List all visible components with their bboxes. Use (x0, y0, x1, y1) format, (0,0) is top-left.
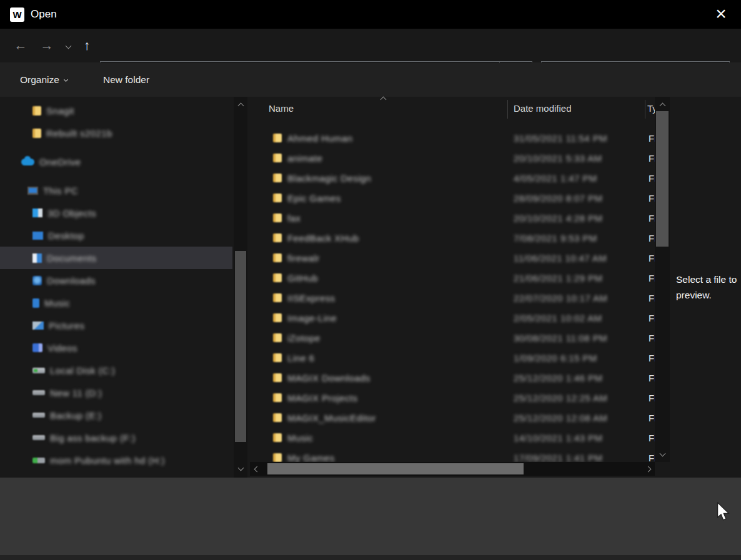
sidebar-item[interactable]: Downloads (0, 269, 232, 292)
file-name: MAGIX Projects (287, 393, 494, 403)
column-divider[interactable] (645, 100, 645, 119)
file-type: File folder (649, 373, 655, 383)
column-header-date-modified[interactable]: Date modified (514, 103, 572, 114)
up-button[interactable]: ↑ (77, 29, 96, 62)
file-row[interactable]: Ahmed Human 31/05/2021 11:54 PM File fol… (250, 128, 655, 148)
sidebar-item-label: Local Disk (C:) (50, 365, 115, 376)
sidebar-item-label: New 11 (D:) (50, 388, 102, 398)
sidebar-item[interactable]: Desktop (0, 224, 232, 247)
command-toolbar: Organize New folder ? (0, 62, 741, 97)
file-list-vertical-scrollbar[interactable] (655, 97, 670, 462)
sidebar-item[interactable]: New 11 (D:) (0, 381, 232, 404)
sidebar-item[interactable]: Videos (0, 336, 232, 359)
scroll-down-icon[interactable] (655, 447, 670, 459)
file-type: File folder (649, 233, 655, 243)
sidebar-item[interactable]: Snagit (0, 99, 232, 122)
file-row[interactable]: GitHub 21/06/2021 1:29 PM File folder (250, 268, 655, 288)
scroll-left-icon[interactable] (250, 462, 264, 476)
file-name: My Games (287, 453, 494, 463)
folder-icon (273, 194, 282, 202)
objects3d-icon (32, 209, 42, 217)
file-name: Epic Games (287, 193, 494, 204)
back-button[interactable]: ← (10, 29, 31, 62)
organize-button[interactable]: Organize (20, 62, 67, 97)
scroll-up-icon[interactable] (655, 99, 670, 112)
forward-button[interactable]: → (36, 29, 57, 62)
sidebar-item[interactable]: This PC (0, 179, 232, 202)
sidebar-item-label: Videos (47, 343, 77, 353)
file-row[interactable]: FeedBack XHub 7/08/2021 9:53 PM File fol… (250, 228, 655, 248)
folder-icon (273, 313, 282, 322)
scrollbar-thumb[interactable] (656, 111, 669, 247)
sidebar-item-label: Backup (E:) (50, 410, 102, 421)
scroll-up-icon[interactable] (234, 99, 247, 112)
sidebar-item[interactable]: Local Disk (C:) (0, 359, 232, 381)
navigation-bar: ← → ↑ This PC Documents ↻ Search Documen… (0, 29, 741, 62)
file-type: File folder (649, 453, 655, 463)
window-bottom-edge (0, 555, 741, 560)
file-date-modified: 17/09/2021 1:41 PM (514, 453, 602, 463)
file-date-modified: 30/08/2021 11:08 PM (514, 333, 607, 343)
file-date-modified: 2/05/2021 10:02 AM (514, 313, 602, 323)
sidebar-item[interactable]: OneDrive (0, 150, 232, 173)
folder-icon (273, 453, 282, 462)
file-row[interactable]: MAGIX Downloads 25/12/2020 1:46 PM File … (250, 368, 655, 388)
file-name: MAGIX Downloads (287, 373, 494, 383)
chevron-down-icon (64, 77, 68, 82)
scrollbar-thumb[interactable] (235, 251, 246, 442)
file-name: Blackmagic Design (287, 173, 494, 184)
file-row[interactable]: My Games 17/09/2021 1:41 PM File folder (250, 448, 655, 462)
column-header-name[interactable]: Name (269, 103, 294, 114)
file-row[interactable]: iZotope 30/08/2021 11:08 PM File folder (250, 328, 655, 348)
file-date-modified: 11/06/2021 10:47 AM (514, 253, 607, 263)
file-row[interactable]: Line 6 1/09/2020 6:15 PM File folder (250, 348, 655, 368)
sidebar-scrollbar[interactable] (234, 97, 247, 478)
file-name: FeedBack XHub (287, 233, 494, 243)
sidebar-item-label: mom Pubuntu with hd (H:) (50, 455, 165, 466)
file-row[interactable]: fax 20/10/2021 4:28 PM File folder (250, 208, 655, 228)
file-row[interactable]: animate 20/10/2021 5:33 AM File folder (250, 148, 655, 168)
drive-icon (32, 435, 45, 440)
file-date-modified: 20/10/2021 5:33 AM (514, 153, 602, 164)
sidebar-item[interactable]: Big ass backup (F:) (0, 426, 232, 449)
sidebar-item-label: This PC (43, 185, 78, 196)
sidebar-item[interactable]: Backup (E:) (0, 404, 232, 426)
documents-icon (32, 253, 42, 263)
new-folder-button[interactable]: New folder (103, 62, 149, 97)
scrollbar-thumb[interactable] (267, 463, 524, 474)
file-date-modified: 7/08/2021 9:53 PM (514, 233, 597, 243)
file-row[interactable]: Music 14/10/2021 1:43 PM File folder (250, 428, 655, 448)
file-row[interactable]: Epic Games 28/09/2020 8:07 PM File folde… (250, 188, 655, 208)
sidebar-item[interactable]: Documents (0, 247, 232, 269)
file-type: File folder (649, 413, 655, 423)
sidebar-item[interactable]: Music (0, 292, 232, 314)
file-row[interactable]: IISExpress 22/07/2020 10:17 AM File fold… (250, 288, 655, 308)
sidebar-item[interactable]: mom Pubuntu with hd (H:) (0, 449, 232, 471)
column-divider[interactable] (507, 100, 508, 119)
file-row[interactable]: MAGIX_MusicEditor 25/12/2020 12:08 AM Fi… (250, 408, 655, 428)
file-type: File folder (649, 313, 655, 323)
file-date-modified: 25/12/2020 12:25 AM (514, 393, 607, 403)
file-list-horizontal-scrollbar[interactable] (250, 462, 655, 476)
sidebar-item[interactable]: 3D Objects (0, 202, 232, 224)
sidebar-item[interactable]: Rebuilt s2021b (0, 122, 232, 144)
sidebar-item[interactable]: Pictures (0, 314, 232, 336)
file-row[interactable]: Image-Line 2/05/2021 10:02 AM File folde… (250, 308, 655, 328)
folder-icon (273, 273, 282, 282)
folder-icon (273, 413, 282, 422)
file-row[interactable]: MAGIX Projects 25/12/2020 12:25 AM File … (250, 388, 655, 408)
file-type: File folder (649, 193, 655, 204)
scroll-down-icon[interactable] (234, 461, 247, 474)
file-date-modified: 25/12/2020 12:08 AM (514, 413, 607, 423)
folder-icon (273, 433, 282, 442)
folder-icon (273, 393, 282, 402)
file-name: firewalr (287, 253, 494, 263)
file-row[interactable]: firewalr 11/06/2021 10:47 AM File folder (250, 248, 655, 268)
recent-locations-button[interactable] (60, 29, 76, 62)
file-type: File folder (649, 433, 655, 443)
close-button[interactable]: × (710, 1, 732, 26)
file-row[interactable]: Blackmagic Design 4/05/2021 1:47 PM File… (250, 168, 655, 188)
scroll-right-icon[interactable] (641, 462, 655, 476)
desktop-icon (32, 232, 43, 240)
sidebar-item-label: Snagit (46, 106, 74, 116)
